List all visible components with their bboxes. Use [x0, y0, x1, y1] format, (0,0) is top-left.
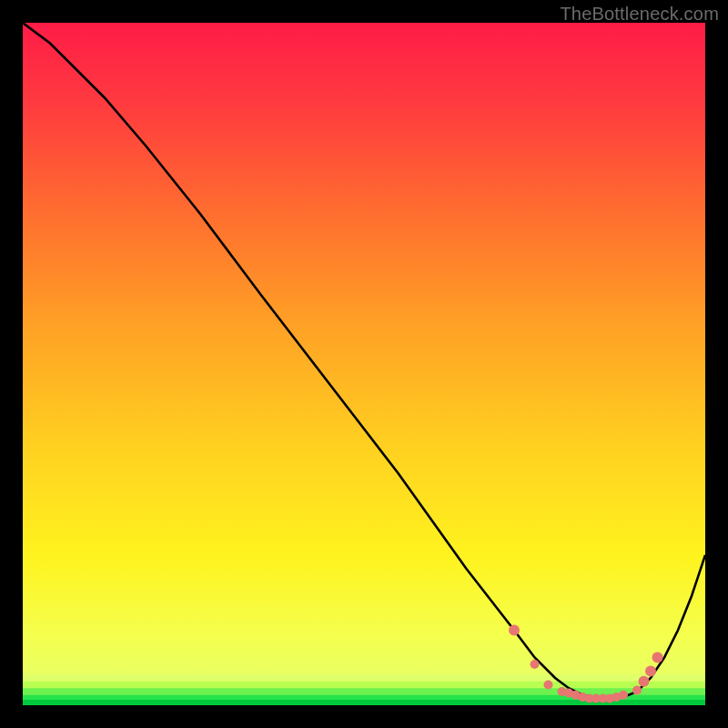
marked-point [509, 625, 520, 636]
marked-point [619, 691, 628, 700]
chart-stage: TheBottleneck.com [0, 0, 728, 728]
marked-point [632, 686, 642, 695]
plot-svg [23, 23, 705, 705]
marked-point [639, 676, 650, 687]
gradient-background [23, 23, 705, 705]
green-band-row [23, 682, 705, 689]
marked-point [645, 666, 656, 677]
plot-area [23, 23, 705, 705]
green-band-row [23, 674, 705, 682]
watermark-text: TheBottleneck.com [560, 4, 719, 25]
marked-point [531, 660, 540, 669]
marked-point [652, 652, 663, 663]
marked-point [544, 681, 553, 690]
